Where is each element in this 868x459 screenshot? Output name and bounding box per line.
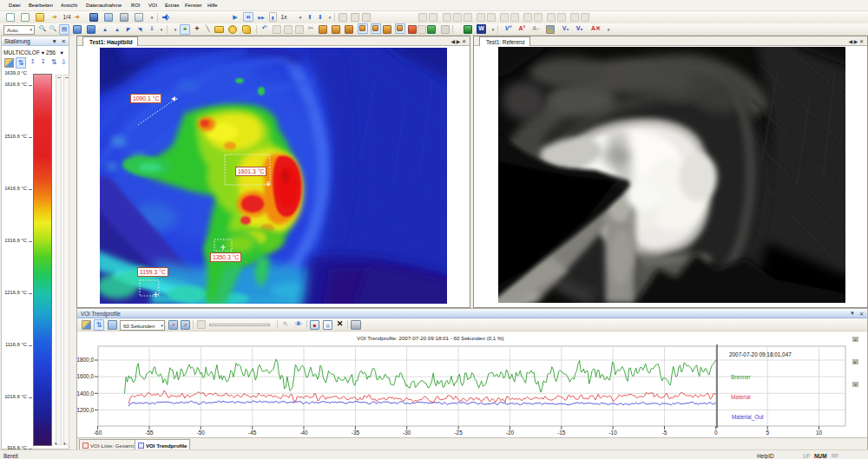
svg-text:-30: -30 — [403, 429, 411, 436]
svg-text:-50: -50 — [197, 429, 206, 436]
svg-text:-25: -25 — [454, 429, 463, 436]
svg-text:Brenner: Brenner — [731, 374, 752, 380]
svg-text:▼: ▼ — [854, 383, 858, 387]
svg-text:Material: Material — [731, 394, 751, 400]
svg-text:0: 0 — [714, 429, 718, 436]
svg-text:10: 10 — [816, 429, 823, 436]
svg-text:1200,0: 1200,0 — [77, 407, 94, 413]
svg-text:-15: -15 — [557, 429, 566, 436]
svg-text:-5: -5 — [662, 429, 667, 436]
svg-text:-55: -55 — [145, 429, 154, 436]
svg-text:Material_Out: Material_Out — [732, 414, 764, 421]
svg-text:▲: ▲ — [854, 338, 858, 342]
svg-text:-20: -20 — [506, 429, 515, 436]
svg-text:-10: -10 — [608, 429, 617, 436]
svg-text:-35: -35 — [352, 429, 360, 436]
svg-text:1800,0: 1800,0 — [77, 357, 94, 363]
svg-text:5: 5 — [766, 429, 769, 436]
svg-text:-45: -45 — [248, 429, 257, 436]
svg-text:1600,0: 1600,0 — [77, 373, 94, 379]
svg-text:-60: -60 — [94, 429, 102, 436]
svg-text:-40: -40 — [299, 429, 308, 436]
svg-text:1400,0: 1400,0 — [77, 390, 94, 397]
svg-text:2007-07-20 09:18:01,047: 2007-07-20 09:18:01,047 — [729, 351, 792, 357]
